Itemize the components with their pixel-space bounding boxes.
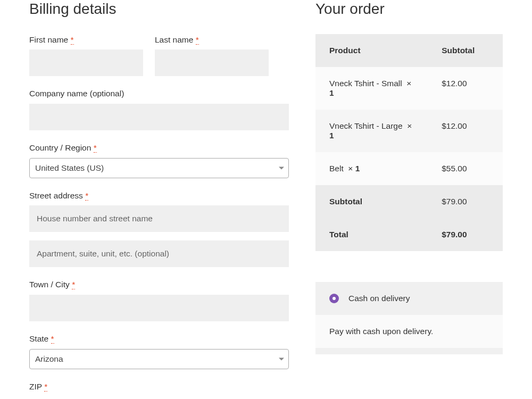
required-indicator: * xyxy=(51,334,54,344)
radio-checked-icon xyxy=(329,294,339,303)
company-input[interactable] xyxy=(29,104,289,130)
zip-label: ZIP * xyxy=(29,381,289,393)
country-selected-value: United States (US) xyxy=(35,163,104,173)
first-name-input[interactable] xyxy=(29,49,143,76)
required-indicator: * xyxy=(94,143,97,153)
order-subtotal-label: Subtotal xyxy=(315,185,428,218)
payment-footer xyxy=(315,348,503,354)
payment-method-label: Cash on delivery xyxy=(348,294,410,303)
order-item-subtotal: $12.00 xyxy=(428,110,503,152)
state-label: State * xyxy=(29,333,289,345)
order-subtotal-value: $79.00 xyxy=(428,185,503,218)
order-item-name: Belt xyxy=(329,164,344,173)
chevron-down-icon xyxy=(279,167,284,169)
billing-heading: Billing details xyxy=(29,0,289,18)
order-summary-table: Product Subtotal Vneck Tshirt - Small × … xyxy=(315,34,503,251)
order-col-subtotal: Subtotal xyxy=(428,34,503,67)
order-item-row: Vneck Tshirt - Large × 1 $12.00 xyxy=(315,110,503,152)
city-input[interactable] xyxy=(29,295,289,321)
order-total-value: $79.00 xyxy=(428,218,503,251)
state-selected-value: Arizona xyxy=(35,354,63,364)
first-name-label: First name * xyxy=(29,34,143,46)
country-label: Country / Region * xyxy=(29,142,289,154)
payment-method-option[interactable]: Cash on delivery xyxy=(315,282,503,315)
order-col-product: Product xyxy=(315,34,428,67)
street-label: Street address * xyxy=(29,190,289,202)
country-select[interactable]: United States (US) xyxy=(29,158,289,178)
order-item-name: Vneck Tshirt - Large xyxy=(329,121,403,130)
required-indicator: * xyxy=(72,280,75,289)
order-item-row: Vneck Tshirt - Small × 1 $12.00 xyxy=(315,67,503,110)
required-indicator: * xyxy=(71,35,74,45)
payment-method-description: Pay with cash upon delivery. xyxy=(315,315,503,348)
order-item-row: Belt × 1 $55.00 xyxy=(315,152,503,185)
order-item-subtotal: $55.00 xyxy=(428,152,503,185)
order-total-label: Total xyxy=(315,218,428,251)
chevron-down-icon xyxy=(279,358,284,360)
state-select[interactable]: Arizona xyxy=(29,349,289,369)
required-indicator: * xyxy=(44,382,47,392)
order-heading: Your order xyxy=(315,0,503,18)
street-address-2-input[interactable] xyxy=(29,240,289,267)
required-indicator: * xyxy=(85,191,88,201)
order-item-name: Vneck Tshirt - Small xyxy=(329,79,402,88)
last-name-input[interactable] xyxy=(155,49,269,76)
order-item-qty: × 1 xyxy=(346,164,360,173)
last-name-label: Last name * xyxy=(155,34,269,46)
required-indicator: * xyxy=(196,35,199,45)
company-label: Company name (optional) xyxy=(29,88,289,99)
order-item-subtotal: $12.00 xyxy=(428,67,503,110)
street-address-1-input[interactable] xyxy=(29,205,289,232)
city-label: Town / City * xyxy=(29,279,289,290)
